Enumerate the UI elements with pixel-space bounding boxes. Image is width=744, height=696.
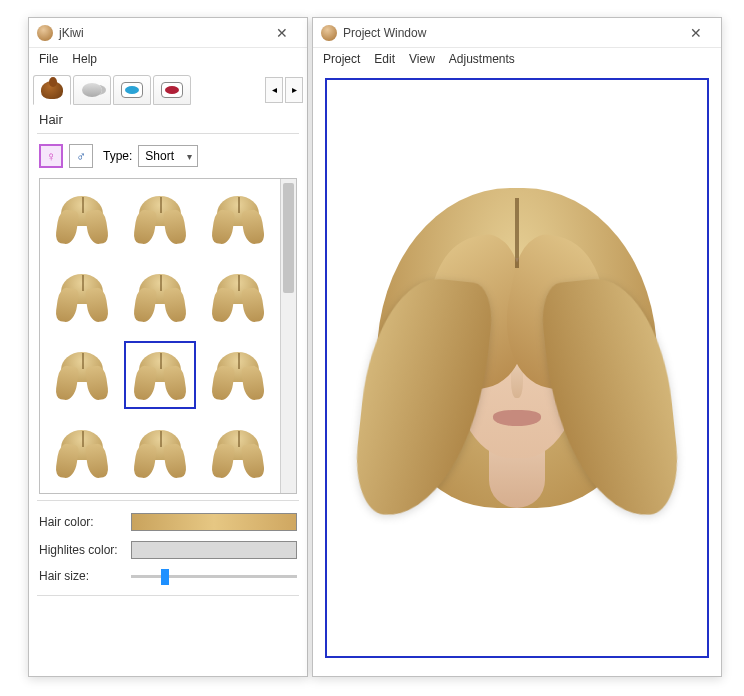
- menu-view[interactable]: View: [409, 52, 435, 66]
- project-window: Project Window ✕ Project Edit View Adjus…: [312, 17, 722, 677]
- tab-nav: ◂ ▸: [265, 77, 303, 103]
- tab-hair[interactable]: [33, 75, 71, 105]
- grid-scrollbar[interactable]: [280, 179, 296, 493]
- hairstyle-grid: [39, 178, 297, 494]
- menu-file[interactable]: File: [39, 52, 58, 66]
- preview-canvas[interactable]: [325, 78, 709, 658]
- category-tabs: ◂ ▸: [29, 70, 307, 106]
- hairstyle-thumb[interactable]: [124, 263, 196, 331]
- type-label: Type:: [103, 149, 132, 163]
- menubar: File Help: [29, 48, 307, 70]
- powder-icon: [82, 83, 102, 97]
- type-select[interactable]: Short: [138, 145, 198, 167]
- divider: [37, 133, 299, 134]
- hairstyle-thumb[interactable]: [124, 419, 196, 487]
- menu-edit[interactable]: Edit: [374, 52, 395, 66]
- hair-size-slider[interactable]: [131, 575, 297, 578]
- tab-next-button[interactable]: ▸: [285, 77, 303, 103]
- slider-handle[interactable]: [161, 569, 169, 585]
- hairstyle-thumb[interactable]: [46, 185, 118, 253]
- hair-controls: Hair color: Highlites color: Hair size:: [29, 507, 307, 589]
- menubar: Project Edit View Adjustments: [313, 48, 721, 70]
- tab-eyeshadow[interactable]: [113, 75, 151, 105]
- divider: [37, 500, 299, 501]
- app-icon: [321, 25, 337, 41]
- hairstyle-thumb[interactable]: [202, 263, 274, 331]
- app-icon: [37, 25, 53, 41]
- titlebar[interactable]: jKiwi ✕: [29, 18, 307, 48]
- hairstyle-thumb[interactable]: [124, 341, 196, 409]
- tab-lipstick[interactable]: [153, 75, 191, 105]
- titlebar[interactable]: Project Window ✕: [313, 18, 721, 48]
- type-value: Short: [145, 149, 174, 163]
- hairstyle-thumb[interactable]: [202, 185, 274, 253]
- hair-icon: [41, 81, 63, 99]
- eyeshadow-icon: [121, 82, 143, 98]
- jkiwi-window: jKiwi ✕ File Help ◂ ▸ Hair ♀ ♂ Type: Sho…: [28, 17, 308, 677]
- hairstyle-thumb[interactable]: [202, 419, 274, 487]
- highlights-color-label: Highlites color:: [39, 543, 131, 557]
- scrollbar-thumb[interactable]: [283, 183, 294, 293]
- hair-size-label: Hair size:: [39, 569, 131, 583]
- model-preview: [357, 158, 677, 578]
- lipstick-icon: [161, 82, 183, 98]
- window-title: jKiwi: [59, 26, 265, 40]
- tab-prev-button[interactable]: ◂: [265, 77, 283, 103]
- hairstyle-thumb[interactable]: [46, 263, 118, 331]
- window-title: Project Window: [343, 26, 679, 40]
- filter-row: ♀ ♂ Type: Short: [29, 140, 307, 172]
- gender-female-button[interactable]: ♀: [39, 144, 63, 168]
- divider: [37, 595, 299, 596]
- hairstyle-thumb[interactable]: [46, 419, 118, 487]
- highlights-color-swatch[interactable]: [131, 541, 297, 559]
- hair-color-swatch[interactable]: [131, 513, 297, 531]
- hairstyle-thumb[interactable]: [124, 185, 196, 253]
- close-icon[interactable]: ✕: [265, 20, 299, 46]
- hairstyle-thumb[interactable]: [202, 341, 274, 409]
- gender-male-button[interactable]: ♂: [69, 144, 93, 168]
- section-label: Hair: [29, 106, 307, 127]
- tab-powder[interactable]: [73, 75, 111, 105]
- menu-project[interactable]: Project: [323, 52, 360, 66]
- menu-adjustments[interactable]: Adjustments: [449, 52, 515, 66]
- menu-help[interactable]: Help: [72, 52, 97, 66]
- hairstyle-thumb[interactable]: [46, 341, 118, 409]
- close-icon[interactable]: ✕: [679, 20, 713, 46]
- hair-color-label: Hair color:: [39, 515, 131, 529]
